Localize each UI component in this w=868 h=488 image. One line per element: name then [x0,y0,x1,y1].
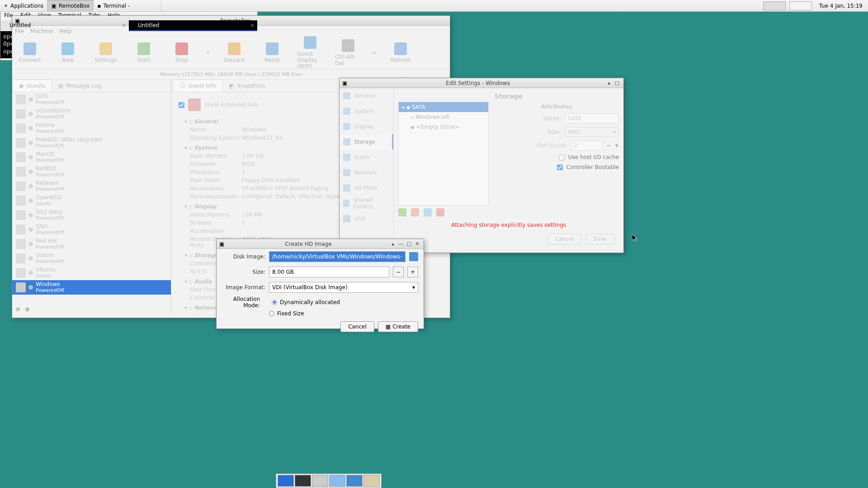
tool-discard[interactable]: Discard [221,42,247,63]
tool-connect[interactable]: Connect [17,42,43,63]
remove-attachment-icon[interactable] [436,208,444,216]
tree-empty[interactable]: ◉ <Empty Drive> [399,122,488,132]
maximize-icon[interactable]: □ [613,80,621,87]
dock-item[interactable] [346,475,363,487]
info-key: Boot Order: [179,177,242,183]
guest-row[interactable]: UbuntuSaved [12,266,171,280]
applications-menu[interactable]: ✦ Applications [0,0,47,11]
titlebar[interactable]: ▣ Edit Settings - Windows ▴ □ [340,78,623,88]
guest-row[interactable]: FreeBSD (After Upgrade)PoweredOff [12,136,171,150]
tool-reset[interactable]: Reset [259,42,285,63]
nav-label: Shared Folders [353,197,390,210]
port-count-input[interactable] [571,141,603,150]
guest-row[interactable]: OpenBSDSaved [12,193,171,208]
bootable-checkbox[interactable] [557,164,563,170]
workspace-switcher[interactable] [763,1,786,10]
tab-snapshots[interactable]: ◩Snapshots [223,80,272,92]
settings-nav-general[interactable]: General [340,88,393,103]
settings-nav-system[interactable]: System [340,103,393,119]
tree-controller[interactable]: ▸ ◆ SATA [399,102,488,112]
settings-nav-usb[interactable]: USB [340,211,393,226]
guest-list: DOSPoweredOffeComStationPoweredOffFedora… [12,92,171,305]
settings-nav-display[interactable]: Display [340,119,393,134]
guest-state: PoweredOff [36,244,64,250]
settings-nav-audio[interactable]: Audio [340,150,393,165]
guest-row[interactable]: FedoraPoweredOff [12,121,171,136]
tool-stop[interactable]: Stop [169,42,195,63]
guest-row[interactable]: OS2 WarpPoweredOff [12,208,171,222]
tool-new[interactable]: New [55,42,81,63]
tool-icon [99,42,112,55]
close-icon[interactable]: ✕ [414,240,421,248]
dock-item[interactable] [278,475,294,487]
tool-settings[interactable]: Settings [93,42,119,63]
show-extended-checkbox[interactable] [179,102,184,108]
minimize-icon[interactable]: — [397,240,405,248]
cancel-button[interactable]: Cancel [547,234,581,244]
tab-guests[interactable]: ◉Guests [12,80,52,92]
tab-message-log[interactable]: ▤Message Log [52,80,108,92]
remove-controller-icon[interactable] [411,208,419,216]
maximize-icon[interactable]: □ [406,240,413,248]
settings-nav-network[interactable]: Network [340,165,393,180]
rollup-icon[interactable]: ▴ [605,80,613,87]
terminal-tab[interactable]: Untitled× [129,20,257,31]
dock-item[interactable] [363,475,380,487]
terminal-tab[interactable]: Untitled× [0,20,129,31]
alloc-dynamic-radio[interactable] [272,300,277,305]
tool-start[interactable]: Start [131,42,157,63]
taskbar-item-terminal[interactable]: ▪ Terminal - [94,0,161,11]
tab-guest-info[interactable]: ⓘGuest Info [173,80,223,92]
settings-nav-storage[interactable]: Storage [340,134,393,150]
add-attachment-icon[interactable] [424,208,432,216]
tool-refresh[interactable]: Refresh [387,42,414,63]
add-controller-icon[interactable] [398,208,406,216]
size-plus[interactable]: + [407,267,418,277]
save-button[interactable]: Save [586,234,614,244]
tool-ctrl-alt-del[interactable]: Ctrl-Alt-Del [335,39,361,66]
guest-row[interactable]: NetwarePoweredOff [12,179,171,193]
clock[interactable]: Tue 4 Jan, 15:19 [814,3,868,9]
dock-item[interactable] [312,475,328,487]
guest-row[interactable]: Red HatPoweredOff [12,237,171,251]
guest-row[interactable]: SolarisPoweredOff [12,251,171,266]
port-minus[interactable]: − [606,142,611,149]
workspace-switcher[interactable] [789,1,812,10]
guest-row[interactable]: NetBSDPoweredOff [12,164,171,179]
port-plus[interactable]: + [614,142,619,149]
size-minus[interactable]: − [393,267,404,277]
dock-item[interactable] [329,475,345,487]
size-input[interactable] [269,267,389,277]
tool-icon[interactable]: ⚙ [25,306,30,313]
folder-open-icon[interactable] [409,252,418,261]
settings-nav-i-o-ports[interactable]: I/O Ports [340,180,393,196]
tree-disk[interactable]: ▫ Windows.vdi [399,112,488,122]
host-io-checkbox[interactable] [559,155,565,160]
tool-guest-display-rdp-[interactable]: Guest Display (RDP) [297,36,323,70]
guest-row[interactable]: WindowsPoweredOff [12,280,171,295]
rollup-icon[interactable]: ▴ [389,240,396,248]
refresh-icon[interactable]: ⟳ [16,306,20,313]
guest-row[interactable]: DOSPoweredOff [12,92,171,107]
controller-name-input[interactable] [565,113,619,123]
disk-image-input[interactable] [269,251,406,262]
controller-type-select[interactable]: AHCI▾ [565,127,619,137]
guest-state: PoweredOff [36,288,64,294]
guest-row[interactable]: eComStationPoweredOff [12,107,171,121]
tab-close-icon[interactable]: × [250,22,255,28]
guest-row[interactable]: MacOSPoweredOff [12,150,171,164]
dock-item[interactable] [295,475,311,487]
guest-row[interactable]: QNXPoweredOff [12,222,171,237]
cancel-button[interactable]: Cancel [340,321,374,332]
titlebar[interactable]: ▣ Create HD Image ▴ — □ ✕ [217,239,424,249]
bottom-dock [276,474,382,488]
tool-icon [342,39,354,52]
tab-close-icon[interactable]: × [122,22,126,28]
alloc-fixed-radio[interactable] [269,311,274,316]
taskbar-item-remotebox[interactable]: ▣ RemoteBox [47,0,94,11]
settings-nav-shared-folders[interactable]: Shared Folders [340,196,393,211]
image-format-select[interactable]: VDI (VirtualBox Disk Image)▾ [269,282,418,293]
guest-name: DOS [36,94,64,100]
create-button[interactable]: ▦Create [378,321,418,332]
storage-tree[interactable]: ▸ ◆ SATA ▫ Windows.vdi ◉ <Empty Drive> [398,102,489,206]
